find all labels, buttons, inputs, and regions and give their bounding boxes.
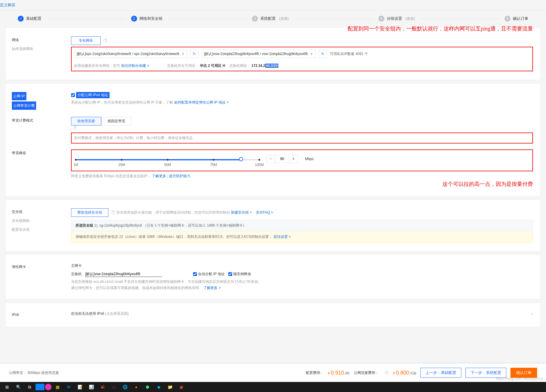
refresh-vsw-button[interactable]: ↻ [319,50,327,58]
security-group-label: 安全组 [12,208,71,215]
ipv6-label: IPv6 [12,311,71,318]
check-icon: ✓ [18,16,24,22]
bandwidth-increase[interactable]: + [289,155,298,163]
selected-secgroup-info: 所选安全组 1). sg-2ze8up6yqp26p9fo6yc8 （已有 1 … [71,220,533,231]
step-system[interactable]: 3 系统配置 (选填) [252,16,289,22]
step-basic[interactable]: ✓ 基础配置 [18,16,41,22]
chevron-right-icon[interactable]: › [531,311,533,316]
chevron-down-icon: ▼ [310,52,313,56]
bandwidth-slider[interactable]: 1M 25M 50M 75M 100M [76,159,259,160]
ipv6-reason-link[interactable]: (点击查看原因) [105,312,129,316]
bandwidth-unit: Mbps [305,157,314,161]
eni-switch-label: 交换机 [71,272,82,277]
step-group[interactable]: 4 分组设置 (选填) [378,16,415,22]
eip-help-link[interactable]: 如何配置并绑定弹性公网 IP 地址 > [174,100,229,104]
eni-primary: 主网卡 [71,263,533,268]
create-secgroup-link[interactable]: 新建安全组 > [231,210,252,214]
bandwidth-decrease[interactable]: − [267,155,275,163]
secgroup-port-warning: 请确保所选安全组开放包含 22（Linux）或者 3389（Windows）端口… [71,231,533,243]
billing-by-traffic[interactable]: 按使用流量 [71,117,101,125]
eni-more-link[interactable]: 了解更多 > [203,286,221,290]
bandwidth-peak-label: 带宽峰值 [12,149,71,188]
secgroup-settings-link[interactable]: 前往设置 > [274,235,291,239]
network-label: 网络 [12,36,71,43]
ddos-more-link[interactable]: 了解更多 [152,174,166,178]
top-custom-buy-link[interactable]: 定义购买 [0,0,15,10]
step-confirm[interactable]: 5 确认订单 [505,16,528,22]
create-vpc-link[interactable]: 前往控制台创建 > [121,64,149,68]
eni-label: 弹性网卡 [12,263,71,291]
eni-switch-input[interactable] [85,271,162,277]
bandwidth-stepper[interactable]: − + [266,155,298,163]
help-icon[interactable]: ? [103,38,107,43]
security-group-limit-link[interactable]: 安全组限制 [12,217,71,224]
step-network[interactable]: 2 网络和安全组 [131,16,163,22]
annotation-bandwidth-tip: 这个可以拉的高一点，因为是按量付费 [71,180,533,188]
bandwidth-billing-label: 公网带宽计费 [12,101,36,110]
security-group-config-link[interactable]: 配置安全组 [12,226,71,233]
billing-by-bandwidth[interactable]: 按固定带宽 [101,117,131,125]
vswitch-select[interactable]: [默认]vsw-2zeqda23hug0kl4yxo4f6 / vsw-2zeq… [201,50,316,58]
auto-assign-ip-checkbox[interactable]: 自动分配 IP 地址 [193,272,225,277]
refresh-vpc-button[interactable]: ↻ [190,50,198,58]
help-icon[interactable]: ? [73,125,77,130]
release-with-instance-checkbox[interactable]: 随实例释放 [228,272,251,277]
public-ip-label: 公网 IP [12,92,26,100]
chevron-down-icon: ▼ [182,52,184,56]
help-icon[interactable]: ? [111,210,115,214]
annotation-redbox-bandwidth: 后付费模式，按使用流量（单位为GB）计费，每小时扣费，请保证余额充足。 [71,133,533,143]
assign-public-ip-checkbox[interactable]: 分配公网 IPv4 地址 [71,92,110,98]
billing-mode-label: 带宽计费模式 [12,117,71,130]
annotation-redbox-network: [默认]vpc-2zeg2skn0ukvy0rviwwr8 / vpc-2zeg… [71,47,533,71]
reselect-secgroup-button[interactable]: 重新选择安全组 [71,208,108,217]
ip-count: 可用私有IP数量 4091 个 [330,51,368,57]
ddos-upgrade-link[interactable]: 提升防护能力 [169,174,190,178]
network-help-link[interactable]: 如何选择网络 [12,45,71,52]
bandwidth-value-input[interactable] [275,155,289,163]
secgroup-faq-link[interactable]: 安全FAQ > [256,210,273,214]
vpc-select[interactable]: [默认]vpc-2zeg2skn0ukvy0rviwwr8 / vpc-2zeg… [74,50,187,58]
annotation-security-group: 配置到同一个安全组内，一般默认就行，这样内网可以互ping通，且不需要流量 [348,25,533,32]
network-type-vpc[interactable]: 专有网络 [71,36,101,45]
